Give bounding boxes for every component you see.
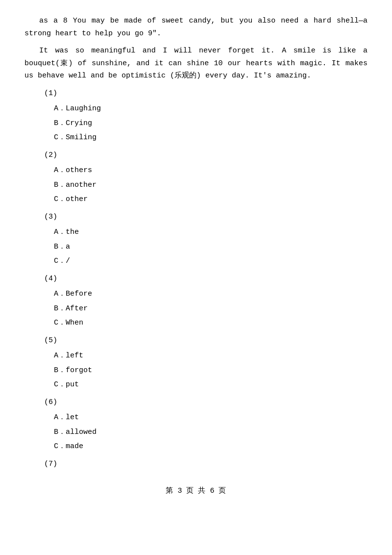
question-5-option-3: C．put xyxy=(54,378,368,391)
question-4-option-3: C．When xyxy=(54,317,368,329)
questions-container: (1)A．LaughingB．CryingC．Smiling(2)A．other… xyxy=(24,87,368,471)
question-group-7: (7) xyxy=(24,458,368,471)
question-number-1: (1) xyxy=(44,87,368,100)
paragraph-1: as a 8 You may be made of sweet candy, b… xyxy=(24,15,368,40)
question-group-4: (4)A．BeforeB．AfterC．When xyxy=(24,273,368,329)
question-group-6: (6)A．letB．allowedC．made xyxy=(24,396,368,453)
question-number-5: (5) xyxy=(44,334,368,347)
question-group-2: (2)A．othersB．anotherC．other xyxy=(24,149,368,206)
question-1-option-2: B．Crying xyxy=(54,117,368,130)
question-group-1: (1)A．LaughingB．CryingC．Smiling xyxy=(24,87,368,144)
question-1-option-3: C．Smiling xyxy=(54,131,368,144)
question-4-option-2: B．After xyxy=(54,303,368,315)
question-2-option-1: A．others xyxy=(54,164,368,177)
question-3-option-3: C．/ xyxy=(54,255,368,268)
question-number-7: (7) xyxy=(44,458,368,471)
question-5-option-1: A．left xyxy=(54,350,368,362)
question-6-option-2: B．allowed xyxy=(54,426,368,439)
question-5-option-2: B．forgot xyxy=(54,364,368,377)
question-number-6: (6) xyxy=(44,396,368,409)
question-number-4: (4) xyxy=(44,273,368,285)
paragraph-2: It was so meaningful and I will never fo… xyxy=(24,45,368,82)
question-3-option-1: A．the xyxy=(54,226,368,239)
question-3-option-2: B．a xyxy=(54,241,368,253)
question-6-option-3: C．made xyxy=(54,440,368,453)
page-footer: 第 3 页 共 6 页 xyxy=(24,485,368,498)
question-6-option-1: A．let xyxy=(54,411,368,424)
question-number-3: (3) xyxy=(44,211,368,224)
question-2-option-2: B．another xyxy=(54,179,368,192)
question-4-option-1: A．Before xyxy=(54,288,368,301)
question-2-option-3: C．other xyxy=(54,193,368,206)
question-1-option-1: A．Laughing xyxy=(54,102,368,115)
question-group-5: (5)A．leftB．forgotC．put xyxy=(24,334,368,391)
question-number-2: (2) xyxy=(44,149,368,162)
question-group-3: (3)A．theB．aC．/ xyxy=(24,211,368,268)
